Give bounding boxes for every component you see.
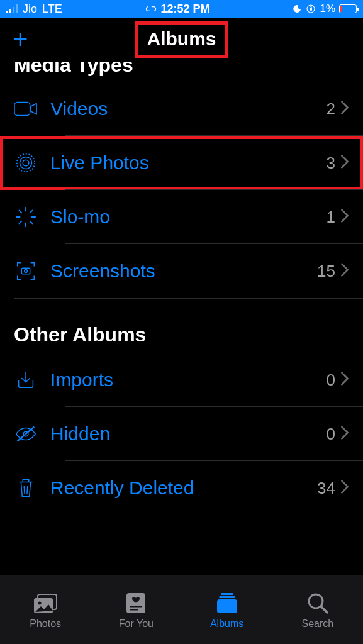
svg-line-17 [18, 427, 35, 441]
svg-rect-14 [21, 268, 30, 274]
tab-for-you[interactable]: For You [91, 575, 181, 644]
svg-rect-25 [130, 609, 138, 611]
row-hidden[interactable]: Hidden 0 [0, 407, 363, 461]
svg-rect-28 [217, 599, 237, 613]
svg-line-30 [321, 607, 327, 613]
row-live-photos-count: 3 [327, 153, 340, 173]
status-bar: Jio LTE 12:52 PM 1% [0, 0, 363, 18]
tab-albums-label: Albums [210, 618, 243, 630]
row-imports[interactable]: Imports 0 [0, 353, 363, 407]
live-photos-icon [14, 151, 47, 175]
tab-photos[interactable]: Photos [0, 575, 91, 644]
row-videos-label: Videos [47, 98, 327, 119]
signal-icon [6, 4, 18, 13]
albums-tab-icon [213, 591, 241, 616]
svg-point-22 [38, 601, 42, 604]
network-label: LTE [42, 3, 62, 16]
row-slo-mo[interactable]: Slo-mo 1 [0, 190, 363, 244]
battery-icon [339, 4, 357, 13]
row-recently-deleted[interactable]: Recently Deleted 34 [0, 461, 363, 515]
clock-label: 12:52 PM [161, 3, 210, 16]
status-left: Jio LTE [6, 3, 62, 16]
for-you-tab-icon [122, 591, 150, 616]
tab-for-you-label: For You [119, 618, 154, 630]
svg-rect-2 [14, 103, 30, 116]
imports-icon [14, 368, 47, 392]
row-hidden-label: Hidden [47, 423, 327, 445]
status-center: 12:52 PM [62, 3, 293, 16]
row-screenshots-count: 15 [317, 262, 340, 281]
video-icon [14, 97, 47, 121]
row-slo-mo-count: 1 [327, 208, 340, 227]
row-live-photos-label: Live Photos [47, 152, 327, 174]
screenshots-icon [14, 259, 47, 283]
add-album-button[interactable]: + [13, 26, 28, 53]
chevron-right-icon [340, 154, 349, 172]
svg-point-29 [309, 594, 323, 608]
svg-line-10 [20, 211, 22, 213]
chevron-right-icon [340, 425, 349, 443]
tab-albums[interactable]: Albums [182, 575, 272, 644]
title-highlight: Albums [135, 21, 228, 58]
nav-title: Albums [147, 28, 216, 49]
svg-line-11 [30, 221, 33, 224]
hidden-icon [14, 422, 47, 446]
battery-pct-label: 1% [320, 3, 335, 15]
svg-point-15 [25, 270, 28, 273]
row-screenshots-label: Screenshots [47, 260, 317, 282]
svg-point-3 [23, 160, 29, 166]
chevron-right-icon [340, 100, 349, 118]
hotspot-icon [145, 4, 157, 13]
slo-mo-icon [14, 205, 47, 229]
row-imports-label: Imports [47, 369, 327, 391]
content-scroll[interactable]: Media Types Videos 2 Live Photos 3 [0, 62, 363, 575]
tab-search[interactable]: Search [272, 575, 363, 644]
svg-rect-24 [130, 606, 142, 608]
tab-bar: Photos For You Albums Search [0, 575, 363, 644]
search-tab-icon [304, 591, 332, 616]
svg-rect-26 [221, 593, 233, 595]
section-header-media-types: Media Types [0, 62, 363, 82]
row-videos[interactable]: Videos 2 [0, 82, 363, 136]
row-live-photos[interactable]: Live Photos 3 [0, 136, 363, 190]
status-right: 1% [292, 3, 357, 15]
svg-line-13 [20, 221, 22, 224]
orientation-lock-icon [306, 4, 316, 14]
chevron-right-icon [340, 371, 349, 389]
row-imports-count: 0 [327, 370, 340, 390]
svg-line-12 [30, 211, 33, 213]
row-recently-deleted-count: 34 [317, 479, 340, 498]
row-slo-mo-label: Slo-mo [47, 206, 327, 228]
photos-tab-icon [31, 591, 59, 616]
nav-bar: + Albums [0, 18, 363, 62]
row-recently-deleted-label: Recently Deleted [47, 477, 317, 499]
row-videos-count: 2 [327, 99, 340, 119]
chevron-right-icon [340, 262, 349, 280]
dnd-moon-icon [292, 4, 302, 14]
tab-photos-label: Photos [30, 618, 61, 630]
carrier-label: Jio [23, 3, 37, 16]
row-screenshots[interactable]: Screenshots 15 [0, 244, 363, 298]
svg-rect-1 [310, 8, 312, 11]
chevron-right-icon [340, 479, 349, 497]
svg-rect-27 [219, 596, 235, 598]
tab-search-label: Search [302, 618, 334, 630]
section-header-other-albums: Other Albums [0, 323, 363, 353]
trash-icon [14, 476, 47, 500]
svg-point-4 [20, 157, 32, 169]
row-hidden-count: 0 [327, 425, 340, 444]
svg-line-18 [24, 486, 25, 494]
chevron-right-icon [340, 208, 349, 226]
svg-line-19 [27, 486, 28, 494]
